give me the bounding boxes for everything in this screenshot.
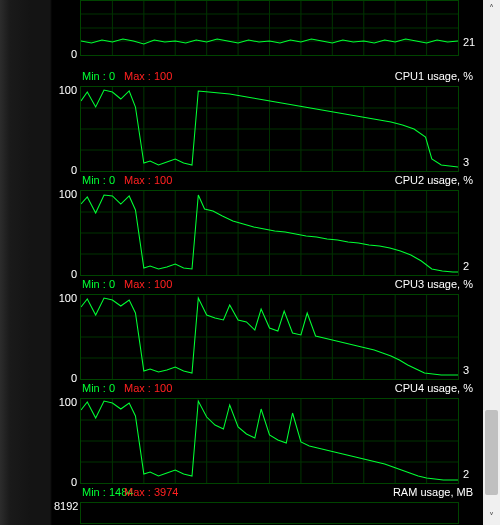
chart-title: RAM usage, MB xyxy=(393,486,473,498)
chart-plot xyxy=(80,190,459,276)
current-value: 3 xyxy=(463,364,483,376)
chart-header: Min : 0 Max : 100 CPU3 usage, % xyxy=(54,278,483,294)
current-value: 2 xyxy=(463,468,483,480)
chart-title: CPU4 usage, % xyxy=(395,382,473,394)
window-frame: ˄ ˅ 0 21 xyxy=(0,0,500,525)
axis-label-high: 100 xyxy=(54,396,77,408)
charts-viewport: 0 21 Min : 0 Max : 100 CPU1 usage, % 100 xyxy=(54,0,483,525)
scroll-thumb[interactable] xyxy=(485,410,498,495)
chart-title: CPU1 usage, % xyxy=(395,70,473,82)
chart-header: Min : 0 Max : 100 CPU4 usage, % xyxy=(54,382,483,398)
chart-plot xyxy=(80,0,459,56)
chart-title: CPU2 usage, % xyxy=(395,174,473,186)
scroll-down-button[interactable]: ˅ xyxy=(483,508,500,525)
chart-plot xyxy=(80,398,459,484)
max-label: Max : 100 xyxy=(124,278,172,290)
min-label: Min : 0 xyxy=(82,278,115,290)
chart-header: Min : 0 Max : 100 CPU2 usage, % xyxy=(54,174,483,190)
max-label: Max : 100 xyxy=(124,70,172,82)
axis-label-high: 100 xyxy=(54,292,77,304)
chart-header: Min : 0 Max : 100 CPU1 usage, % xyxy=(54,70,483,86)
chart-plot xyxy=(80,86,459,172)
current-value: 21 xyxy=(463,36,483,48)
current-value: 2 xyxy=(463,260,483,272)
current-value: 3 xyxy=(463,156,483,168)
chart-title: CPU3 usage, % xyxy=(395,278,473,290)
chart-ram: Min : 1484 Max : 3974 RAM usage, MB 8192 xyxy=(54,486,483,525)
monitor-panel: ˄ ˅ 0 21 xyxy=(54,0,500,525)
axis-label-high: 100 xyxy=(54,188,77,200)
chart-plot xyxy=(80,502,459,524)
max-label: Max : 100 xyxy=(124,382,172,394)
max-label: Max : 100 xyxy=(124,174,172,186)
chart-plot xyxy=(80,294,459,380)
min-label: Min : 0 xyxy=(82,382,115,394)
chart-cpu2: Min : 0 Max : 100 CPU2 usage, % 100 0 xyxy=(54,174,483,278)
axis-label-low: 0 xyxy=(54,48,77,60)
scrollbar[interactable]: ˄ ˅ xyxy=(483,0,500,525)
chart-partial-top: 0 21 xyxy=(54,0,483,70)
min-label: Min : 0 xyxy=(82,70,115,82)
chart-cpu1: Min : 0 Max : 100 CPU1 usage, % 100 0 xyxy=(54,70,483,174)
min-label: Min : 0 xyxy=(82,174,115,186)
axis-label-high: 100 xyxy=(54,84,77,96)
chart-cpu4: Min : 0 Max : 100 CPU4 usage, % 100 0 xyxy=(54,382,483,486)
chart-header: Min : 1484 Max : 3974 RAM usage, MB xyxy=(54,486,483,502)
scroll-up-button[interactable]: ˄ xyxy=(483,0,500,17)
max-label: Max : 3974 xyxy=(124,486,178,498)
axis-label-high: 8192 xyxy=(54,500,77,512)
chart-cpu3: Min : 0 Max : 100 CPU3 usage, % 100 0 xyxy=(54,278,483,382)
